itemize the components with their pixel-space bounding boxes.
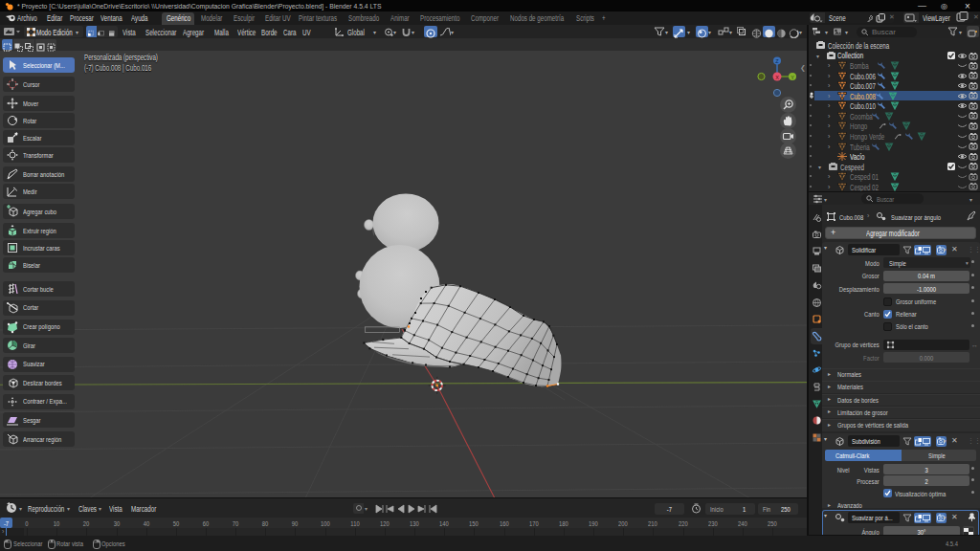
svg-text:Y: Y [791, 75, 794, 80]
svg-text:X: X [775, 75, 779, 80]
